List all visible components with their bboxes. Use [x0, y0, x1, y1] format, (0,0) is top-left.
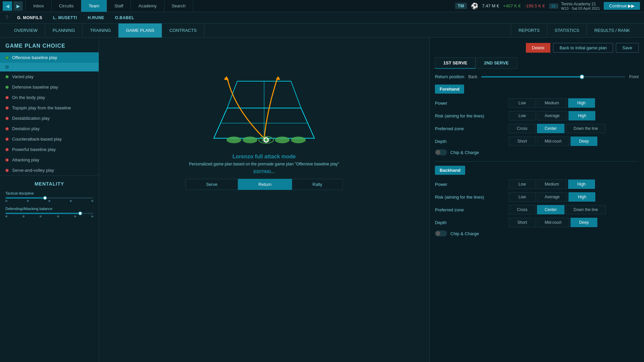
serve-tab-first[interactable]: 1ST SERVE: [435, 57, 476, 69]
action-tab-rally[interactable]: Rally: [292, 179, 343, 190]
forehand-risk-low[interactable]: Low: [509, 111, 536, 120]
game-plan-item-7[interactable]: Deviation play: [0, 123, 99, 134]
tm-badge: TM: [455, 3, 467, 9]
svg-line-6: [291, 81, 301, 108]
forehand-depth-row: Depth Short Mid-court Deep: [435, 137, 639, 146]
delete-button[interactable]: Delete: [526, 43, 551, 53]
nav-back-button[interactable]: ◀: [3, 1, 12, 11]
nav-tab-team[interactable]: Team: [81, 0, 107, 12]
game-plan-item-10[interactable]: Attacking play: [0, 155, 99, 165]
forehand-chip-label: Chip & Charge: [450, 150, 479, 155]
forehand-power-options: Low Medium High: [509, 98, 595, 108]
backhand-depth-short[interactable]: Short: [509, 218, 536, 227]
forehand-chip-toggle-thumb: [436, 150, 440, 155]
action-tab-serve[interactable]: Serve: [186, 179, 238, 190]
forehand-zone-options: Cross Center Down the line: [509, 124, 606, 133]
slider-thumb-2[interactable]: [78, 211, 82, 215]
serve-tabs: 1ST SERVE 2ND SERVE: [435, 57, 639, 69]
forehand-depth-midcourt[interactable]: Mid-court: [537, 137, 569, 146]
backhand-risk-low[interactable]: Low: [509, 192, 536, 202]
nav-tab-inbox[interactable]: Inbox: [26, 0, 52, 12]
backhand-zone-cross[interactable]: Cross: [509, 205, 536, 214]
nav-tab-search[interactable]: Search: [164, 0, 193, 12]
forehand-power-medium[interactable]: Medium: [537, 98, 567, 108]
player-tab-rune[interactable]: H.RUNE: [83, 14, 109, 21]
sub-nav-right: REPORTS STATISTICS RESULTS / RANK: [511, 23, 637, 38]
player-tab-babel[interactable]: O.BABEL: [110, 14, 139, 21]
forehand-zone-center[interactable]: Center: [537, 124, 564, 133]
svg-marker-9: [224, 76, 229, 81]
nav-tab-staff[interactable]: Staff: [107, 0, 131, 12]
forehand-power-low[interactable]: Low: [509, 98, 536, 108]
sub-tab-results[interactable]: RESULTS / RANK: [587, 23, 637, 38]
defend-attack-slider[interactable]: [5, 213, 93, 217]
forehand-depth-short[interactable]: Short: [509, 137, 536, 146]
nav-tab-academy[interactable]: Academy: [131, 0, 164, 12]
sub-tab-contracts[interactable]: CONTRACTS: [162, 23, 204, 38]
backhand-power-high[interactable]: High: [568, 179, 595, 189]
forehand-power-row: Power Low Medium High: [435, 98, 639, 108]
game-plan-label-4: On the body play: [12, 95, 45, 100]
game-plan-item-9[interactable]: Powerful baseline play: [0, 144, 99, 155]
game-plan-item-0[interactable]: Offensive baseline play: [0, 52, 99, 63]
svg-marker-10: [276, 76, 280, 80]
dot-red-icon-7: [5, 127, 9, 131]
forehand-chip-toggle[interactable]: [435, 149, 447, 155]
game-plan-item-3[interactable]: Defensive baseline play: [0, 82, 99, 92]
backhand-zone-downtheline[interactable]: Down the line: [566, 205, 606, 214]
game-plan-item-8[interactable]: Counterattack-based play: [0, 134, 99, 144]
slider-thumb-1[interactable]: [43, 196, 47, 200]
return-position-slider[interactable]: [481, 76, 625, 77]
forehand-zone-cross[interactable]: Cross: [509, 124, 536, 133]
forehand-zone-label: Preferred zone: [435, 126, 509, 131]
game-plan-item-11[interactable]: Serve-and-volley play: [0, 165, 99, 175]
forehand-risk-average[interactable]: Average: [537, 111, 567, 120]
court-container: [200, 48, 328, 148]
sub-tab-reports[interactable]: REPORTS: [511, 23, 547, 38]
serve-tab-second[interactable]: 2ND SERVE: [476, 57, 517, 69]
svg-point-18: [291, 137, 306, 143]
sub-tab-gameplans[interactable]: GAME PLANS: [118, 23, 162, 38]
sub-tab-overview[interactable]: OVERVIEW: [7, 23, 45, 38]
continue-button[interactable]: Continue ▶▶: [604, 2, 640, 10]
return-slider-thumb[interactable]: [580, 74, 584, 79]
backhand-risk-average[interactable]: Average: [537, 192, 567, 202]
forehand-risk-row: Risk (aiming for the lines) Low Average …: [435, 111, 639, 120]
game-plan-item-5[interactable]: Topspin play from the baseline: [0, 103, 99, 113]
tactical-discipline-slider[interactable]: [5, 197, 93, 202]
player-tab-musetti[interactable]: L. MUSETTI: [48, 14, 82, 21]
backhand-depth-deep[interactable]: Deep: [571, 218, 597, 227]
back-to-initial-button[interactable]: Back to initial game plan: [553, 43, 613, 53]
sub-tab-training[interactable]: TRAINING: [83, 23, 118, 38]
save-button[interactable]: Save: [616, 43, 639, 53]
action-tab-return[interactable]: Return: [238, 179, 292, 190]
backhand-power-medium[interactable]: Medium: [537, 179, 567, 189]
dot-red-icon-9: [5, 148, 9, 151]
backhand-chip-toggle[interactable]: [435, 230, 447, 237]
forehand-power-high[interactable]: High: [568, 98, 595, 108]
game-plan-item-6[interactable]: Destabilization play: [0, 113, 99, 123]
player-tab-monfils[interactable]: G. MONFILS: [12, 14, 47, 21]
backhand-risk-high[interactable]: High: [568, 192, 595, 202]
nav-tab-circuits[interactable]: Circuits: [52, 0, 81, 12]
game-plan-label-6: Destabilization play: [12, 116, 50, 121]
backhand-power-low[interactable]: Low: [509, 179, 536, 189]
backhand-zone-center[interactable]: Center: [537, 205, 564, 214]
slider-track-1: [5, 197, 93, 199]
forehand-risk-high[interactable]: High: [568, 111, 595, 120]
forehand-depth-deep[interactable]: Deep: [571, 137, 597, 146]
game-date: W13 · Sat 03 April 2021: [561, 6, 600, 10]
divider: [435, 161, 639, 162]
return-front-label: Front: [629, 74, 639, 79]
main-content: GAME PLAN CHOICE Offensive baseline play…: [0, 38, 644, 362]
sub-tab-planning[interactable]: PLANNING: [45, 23, 83, 38]
sub-tab-statistics[interactable]: STATISTICS: [547, 23, 587, 38]
game-plan-label-9: Powerful baseline play: [12, 147, 56, 152]
game-plan-item-1[interactable]: [0, 63, 99, 71]
nav-forward-button[interactable]: ▶: [13, 1, 23, 11]
forehand-zone-downtheline[interactable]: Down the line: [566, 124, 606, 133]
game-plan-item-4[interactable]: On the body play: [0, 92, 99, 103]
player-tabs: ? G. MONFILS L. MUSETTI H.RUNE O.BABEL: [0, 12, 644, 23]
backhand-depth-midcourt[interactable]: Mid-court: [537, 218, 569, 227]
game-plan-item-2[interactable]: Varied play: [0, 71, 99, 82]
